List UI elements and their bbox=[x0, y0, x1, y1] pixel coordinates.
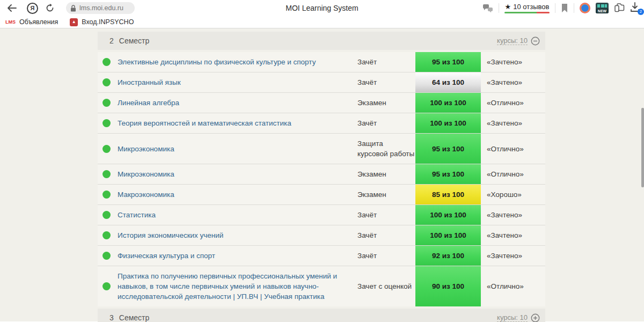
score-badge: 85 из 100 bbox=[415, 185, 481, 204]
score-badge: 100 из 100 bbox=[415, 205, 481, 225]
course-status-dot-icon bbox=[103, 145, 111, 153]
course-link[interactable]: История экономических учений bbox=[118, 231, 223, 239]
assessment-type: Зачёт bbox=[357, 246, 415, 266]
score-text: 100 из 100 bbox=[430, 119, 466, 127]
grade-text: «Зачтено» bbox=[481, 119, 545, 127]
course-status-dot-icon bbox=[103, 170, 111, 178]
status-dot-cell bbox=[98, 99, 118, 107]
scrollbar-thumb[interactable] bbox=[641, 108, 644, 187]
table-row: Линейная алгебра Экзамен 100 из 100 «Отл… bbox=[98, 93, 545, 113]
score-badge: 64 из 100 bbox=[415, 72, 481, 92]
score-text: 92 из 100 bbox=[432, 252, 464, 260]
course-link[interactable]: Иностранный язык bbox=[118, 78, 181, 86]
score-text: 100 из 100 bbox=[430, 211, 466, 219]
url-text: lms.moi.edu.ru bbox=[79, 4, 123, 12]
course-link[interactable]: Теория вероятностей и математическая ста… bbox=[118, 119, 291, 127]
score-badge: 95 из 100 bbox=[415, 134, 481, 164]
course-link[interactable]: Практика по получению первичных професси… bbox=[118, 272, 337, 301]
grade-text: «Отлично» bbox=[481, 170, 545, 178]
grade-text: «Зачтено» bbox=[481, 211, 545, 219]
score-text: 100 из 100 bbox=[430, 99, 466, 107]
table-row: Микроэкономика Защита курсовой работы 95… bbox=[98, 134, 545, 164]
score-badge: 95 из 100 bbox=[415, 164, 481, 184]
score-badge: 100 из 100 bbox=[415, 93, 481, 113]
semester-3-courses-link[interactable]: курсы: 10 bbox=[497, 313, 528, 322]
status-dot-cell bbox=[98, 231, 118, 239]
table-row: Статистика Зачёт 100 из 100 «Зачтено» bbox=[98, 205, 545, 225]
divider bbox=[499, 3, 499, 13]
assessment-type: Зачёт bbox=[357, 72, 415, 92]
table-row: Теория вероятностей и математическая ста… bbox=[98, 113, 545, 134]
rating-text: 10 отзывов bbox=[513, 3, 549, 11]
divider bbox=[574, 3, 574, 13]
score-badge: 100 из 100 bbox=[415, 113, 481, 133]
semester-2-header: 2 Семестр курсы: 10 bbox=[98, 32, 545, 50]
bookmarks-bar: LMS Объявления ▲ Вход.INPSYCHO bbox=[0, 16, 644, 28]
assessment-type: Зачёт bbox=[357, 225, 415, 245]
bookmark-announcements[interactable]: LMS Объявления bbox=[5, 18, 58, 26]
extension-circle-icon[interactable] bbox=[580, 3, 590, 13]
course-link[interactable]: Микроэкономика bbox=[118, 145, 174, 153]
address-bar[interactable]: lms.moi.edu.ru bbox=[66, 2, 135, 14]
table-row: Макроэкономика Экзамен 85 из 100 «Хорошо… bbox=[98, 185, 545, 205]
status-dot-cell bbox=[98, 78, 118, 86]
score-badge: 95 из 100 bbox=[415, 52, 481, 72]
course-status-dot-icon bbox=[103, 99, 111, 107]
course-link[interactable]: Физическая культура и спорт bbox=[118, 252, 215, 260]
expand-semester-icon[interactable] bbox=[531, 313, 540, 322]
score-text: 64 из 100 bbox=[432, 78, 464, 86]
grade-text: «Отлично» bbox=[481, 282, 545, 290]
chat-bubbles-icon[interactable] bbox=[482, 3, 493, 13]
table-row: Микроэкономика Экзамен 95 из 100 «Отличн… bbox=[98, 164, 545, 185]
status-dot-cell bbox=[98, 191, 118, 199]
grade-text: «Хорошо» bbox=[481, 191, 545, 199]
yandex-browser-icon[interactable]: Я bbox=[27, 3, 38, 14]
status-dot-cell bbox=[98, 211, 118, 219]
score-text: 95 из 100 bbox=[432, 145, 464, 153]
table-row: Элективные дисциплины по физической куль… bbox=[98, 52, 545, 72]
semester-3-header: 3 Семестр курсы: 10 bbox=[98, 309, 545, 322]
assessment-type: Экзамен bbox=[357, 93, 415, 113]
course-link[interactable]: Элективные дисциплины по физической куль… bbox=[118, 58, 316, 66]
status-dot-cell bbox=[98, 252, 118, 260]
course-status-dot-icon bbox=[103, 231, 111, 239]
score-badge: 92 из 100 bbox=[415, 246, 481, 266]
assessment-type: Зачёт bbox=[357, 113, 415, 133]
extension-new-icon[interactable]: NEW bbox=[596, 3, 609, 13]
score-badge: 100 из 100 bbox=[415, 225, 481, 245]
site-rating[interactable]: ★ 10 отзывов bbox=[504, 3, 550, 13]
grade-text: «Отлично» bbox=[481, 99, 545, 107]
score-badge: 90 из 100 bbox=[415, 266, 481, 306]
back-button[interactable] bbox=[4, 1, 19, 15]
course-link[interactable]: Линейная алгебра bbox=[118, 99, 179, 107]
status-dot-cell bbox=[98, 58, 118, 66]
page-content: 2 Семестр курсы: 10 Элективные дисциплин… bbox=[0, 28, 644, 321]
course-link[interactable]: Статистика bbox=[118, 211, 156, 219]
bookmark-inpsycho[interactable]: ▲ Вход.INPSYCHO bbox=[70, 18, 134, 26]
collections-icon[interactable] bbox=[614, 3, 625, 13]
course-link[interactable]: Микроэкономика bbox=[118, 170, 174, 178]
course-status-dot-icon bbox=[103, 191, 111, 199]
course-status-dot-icon bbox=[103, 58, 111, 66]
refresh-button[interactable] bbox=[42, 1, 57, 15]
status-dot-cell bbox=[98, 145, 118, 153]
score-text: 90 из 100 bbox=[432, 282, 464, 290]
bookmark-flag-icon[interactable] bbox=[561, 3, 568, 13]
course-status-dot-icon bbox=[103, 211, 111, 219]
browser-toolbar: Я lms.moi.edu.ru MOI Learning System ★ 1… bbox=[0, 0, 644, 16]
back-arrow-icon bbox=[7, 4, 17, 12]
assessment-type: Защита курсовой работы bbox=[357, 134, 415, 164]
assessment-type: Экзамен bbox=[357, 164, 415, 184]
semester-2-courses-link[interactable]: курсы: 10 bbox=[497, 36, 528, 45]
downloads-button[interactable]: 2 bbox=[630, 2, 642, 14]
table-row: Практика по получению первичных професси… bbox=[98, 266, 545, 306]
assessment-type: Зачет с оценкой bbox=[357, 276, 415, 296]
course-link[interactable]: Макроэкономика bbox=[118, 191, 174, 199]
table-row: Физическая культура и спорт Зачёт 92 из … bbox=[98, 246, 545, 266]
grade-text: «Отлично» bbox=[481, 145, 545, 153]
rating-bar bbox=[504, 12, 550, 13]
course-rows: Элективные дисциплины по физической куль… bbox=[98, 52, 545, 306]
collapse-semester-icon[interactable] bbox=[531, 36, 540, 46]
status-dot-cell bbox=[98, 119, 118, 127]
assessment-type: Экзамен bbox=[357, 185, 415, 204]
